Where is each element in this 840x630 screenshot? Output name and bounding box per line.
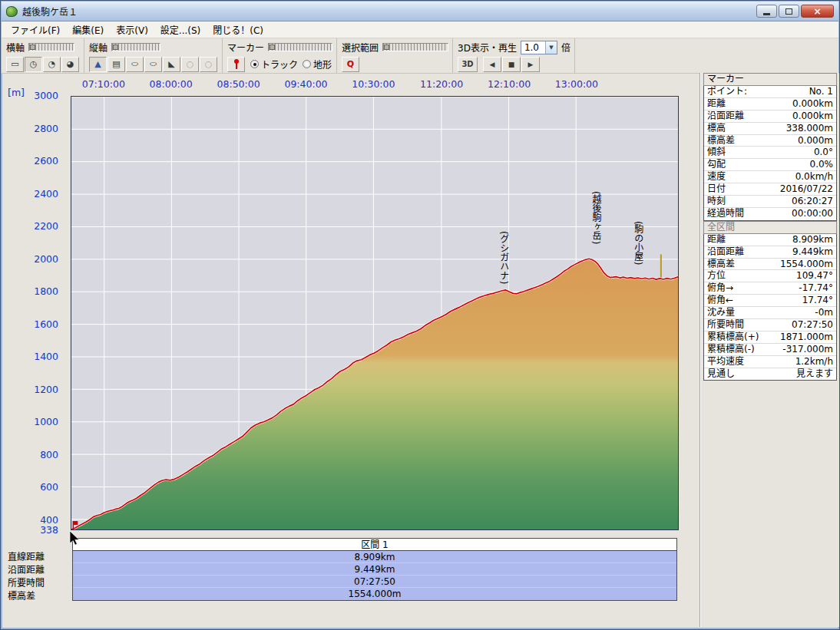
panel-row: 標高差0.000m [704,135,836,147]
select-q-icon: Q [347,59,354,69]
panel-row: 日付2016/07/22 [704,183,836,196]
minimize-icon [763,13,770,15]
y-tick-label: 1400 [34,351,58,362]
selection-label: 選択範囲 [342,41,379,54]
slope-icon: ◣ [168,59,174,69]
marker-pin-button[interactable] [227,57,245,72]
window-controls: × [756,5,834,18]
panel-row-label: 距離 [707,234,726,246]
play-forward-button[interactable]: ▶ [521,57,540,72]
vaxis-elevation-button[interactable]: ▲ [89,57,107,72]
close-button[interactable]: × [801,5,834,18]
slider-thumb[interactable] [384,45,389,50]
maximize-button[interactable] [779,5,799,18]
panel-row: ポイント:No. 1 [704,86,836,98]
total-panel-title: 全区間 [707,222,735,233]
speed-unit-label: 倍 [561,41,570,54]
selection-marker-button[interactable]: Q [342,57,359,72]
section-label: 所要時間 [8,577,69,590]
vaxis-group: 縦軸 ▲ ▤ ○ ○ ◣ ○ ○ [84,38,223,73]
haxis-time-button[interactable]: ◷ [25,57,42,72]
haxis-zoom-slider[interactable] [28,43,74,51]
chevron-down-icon[interactable]: ▼ [545,41,557,54]
y-axis: 3000280026002400220020001800160014001200… [2,96,66,530]
app-icon [6,6,18,17]
view-3d-button[interactable]: 3D [458,57,478,72]
panel-row-value: 1871.000m [780,331,833,343]
radio-terrain-label[interactable]: 地形 [313,58,332,71]
panel-row: 時刻06:20:27 [704,196,836,208]
panel-row-value: -17.74° [799,282,833,294]
menu-settings[interactable]: 設定...(S) [154,21,207,38]
panel-row-label: 勾配 [707,159,726,170]
menu-file[interactable]: ファイル(F) [5,21,66,38]
panel-row: 沈み量-0m [704,307,836,319]
x-tick-label: 11:20:00 [420,78,463,90]
panel-row: 経過時間00:00:00 [704,208,836,220]
panel-row-value: 0.000km [792,110,833,122]
radio-terrain[interactable] [303,60,311,68]
elevation-plot[interactable]: (グシガハナ)(越後駒ヶ岳)(駒の小屋) [71,96,679,530]
threed-icon: 3D [461,60,473,68]
menu-edit[interactable]: 編集(E) [66,21,110,38]
speed-combobox[interactable]: 1.0 ▼ [521,41,557,54]
play-backward-button[interactable]: ◀ [483,57,501,72]
section-header: 区間 1 [73,539,676,551]
vaxis-flatten-button[interactable]: ○ [126,57,144,72]
x-tick-label: 12:10:00 [488,78,531,90]
panel-row-value: 見えます [796,368,833,381]
haxis-distance-button[interactable]: ▭ [6,57,24,72]
menu-bar: ファイル(F) 編集(E) 表示(V) 設定...(S) 閉じる！(C) [2,21,838,38]
haxis-pie-button[interactable]: ◕ [61,57,79,72]
panel-row-label: 経過時間 [707,208,744,220]
circle-icon: ○ [205,59,213,69]
vaxis-label: 縦軸 [89,41,107,54]
menu-close[interactable]: 閉じる！(C) [207,21,270,38]
ellipse-icon: ○ [131,61,139,67]
slider-thumb[interactable] [30,45,35,50]
panel-row-label: 累積標高(+) [707,331,759,343]
vaxis-scale-button[interactable]: ▤ [107,57,125,72]
close-icon: × [813,6,821,17]
panel-row-label: 沈み量 [707,307,735,318]
minimize-button[interactable] [756,5,777,18]
slider-thumb[interactable] [113,45,118,50]
vaxis-flatten2-button[interactable]: ○ [144,57,162,72]
vaxis-extra1-button[interactable]: ○ [181,57,199,72]
panel-row: 沿面距離0.000km [704,110,836,123]
x-tick-label: 09:40:00 [284,78,327,90]
haxis-label: 横軸 [6,41,25,54]
stop-button[interactable]: ■ [502,57,521,72]
window-title: 越後駒ケ岳１ [22,5,78,18]
panel-row: 累積標高(-)-317.000m [704,344,836,356]
vaxis-zoom-slider[interactable] [111,43,160,51]
panel-row: 累積標高(+)1871.000m [704,331,836,344]
panel-row-value: 07:27:50 [792,319,833,331]
selection-range-slider[interactable] [382,43,448,51]
panel-row-label: 方位 [707,270,726,282]
panel-row-label: 標高差 [707,259,735,270]
panel-row-value: 0.000km [792,98,833,110]
menu-view[interactable]: 表示(V) [110,21,154,38]
panel-row-value: 17.74° [802,295,833,306]
panel-row: 方位109.47° [704,270,836,282]
vaxis-extra2-button[interactable]: ○ [200,57,217,72]
title-bar[interactable]: 越後駒ケ岳１ × [2,2,838,21]
clock24-icon: ◔ [48,59,56,69]
marker-position-slider[interactable] [268,43,332,51]
total-panel-header: 全区間 [703,221,837,234]
radio-track[interactable] [250,60,259,68]
total-table: 距離8.909km沿面距離9.449km標高差1554.000m方位109.47… [703,234,837,381]
playback-label: 3D表示・再生 [458,41,517,54]
slider-thumb[interactable] [270,45,275,50]
y-tick-label: 2000 [34,253,58,265]
panel-row-label: 距離 [707,98,726,110]
vaxis-slope-button[interactable]: ◣ [163,57,180,72]
y-tick-label: 1800 [34,285,58,297]
radio-track-label[interactable]: トラック [261,58,298,71]
panel-row-value: 0.0% [810,159,834,170]
y-tick-label: 2800 [34,123,58,134]
haxis-time24-button[interactable]: ◔ [43,57,61,72]
circle-icon: ○ [187,59,194,69]
app-window: 越後駒ケ岳１ × ファイル(F) 編集(E) 表示(V) 設定...(S) 閉じ… [0,0,840,630]
